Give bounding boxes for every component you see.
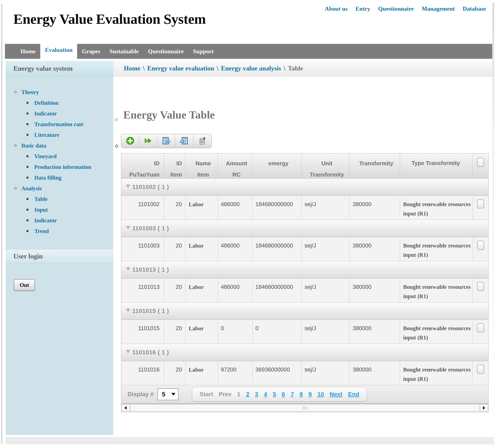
breadcrumb-home[interactable]: Home <box>124 65 140 72</box>
cell-id-putaoyuan: 1101015 <box>121 320 164 344</box>
top-link-database[interactable]: Database <box>463 5 486 12</box>
table-import-icon <box>180 136 189 145</box>
pagination-page-4[interactable]: 4 <box>264 391 267 398</box>
pagination-page-1[interactable]: 1 <box>237 391 240 398</box>
square-bullet-icon <box>26 123 28 125</box>
select-all-checkbox[interactable] <box>477 158 484 167</box>
cell-id-item: 20 <box>164 361 186 385</box>
sidebar-item-input[interactable]: Input <box>6 204 113 215</box>
row-checkbox[interactable] <box>477 199 484 208</box>
nav-item-evaluation[interactable]: Evaluation <box>40 41 77 59</box>
scroll-right-button[interactable] <box>480 404 488 411</box>
row-checkbox[interactable] <box>477 323 484 332</box>
cell-emergy: 184680000000 <box>253 196 302 220</box>
pagination-page-3[interactable]: 3 <box>255 391 258 398</box>
sidebar-item-label: Input <box>34 207 48 213</box>
pagination-page-5[interactable]: 5 <box>273 391 276 398</box>
toolbar-calculator-button[interactable] <box>193 134 211 148</box>
nav-item-grapes[interactable]: Grapes <box>82 48 100 55</box>
sidebar-item-transformation-rate[interactable]: Transformation rate <box>6 119 113 129</box>
cell-type-transformity: Bought renewable resources input (R1) <box>400 278 473 302</box>
pagination-end[interactable]: End <box>348 391 359 398</box>
collapse-icon <box>126 267 130 272</box>
pagination-prev[interactable]: Prev <box>219 391 232 398</box>
cell-amount-rc: 486000 <box>218 237 253 261</box>
toolbar-process-button[interactable] <box>139 134 157 148</box>
top-link-management[interactable]: Management <box>422 5 455 12</box>
table-group-header[interactable]: 1101013 ( 1 ) <box>121 261 488 278</box>
table-group-header[interactable]: 1101016 ( 1 ) <box>121 344 488 361</box>
circle-bullet-icon <box>14 91 17 93</box>
cell-transformity: 380000 <box>349 361 400 385</box>
top-link-questionnaire[interactable]: Questionnaire <box>378 5 414 12</box>
pagination-page-10[interactable]: 10 <box>317 391 324 398</box>
sidebar-item-label: Data filling <box>34 174 61 181</box>
sidebar-item-definition[interactable]: Definition <box>6 97 113 108</box>
sidebar-item-trend[interactable]: Trend <box>6 226 113 236</box>
nav-item-questionnaire[interactable]: Questionnaire <box>148 48 184 55</box>
sidebar-item-table[interactable]: Table <box>6 194 113 204</box>
square-bullet-icon <box>26 112 28 114</box>
pagination-page-7[interactable]: 7 <box>291 391 294 398</box>
sidebar-item-theory[interactable]: Theory <box>6 87 113 97</box>
table-group-header[interactable]: 1101003 ( 1 ) <box>121 220 488 237</box>
table-group-header[interactable]: 1101015 ( 1 ) <box>121 303 488 320</box>
page-left-edge <box>1 4 2 444</box>
pagination-page-8[interactable]: 8 <box>299 391 303 398</box>
sidebar-item-production-information[interactable]: Production information <box>6 161 113 172</box>
pagination-next[interactable]: Next <box>330 391 342 398</box>
toolbar-add-button[interactable] <box>121 134 139 148</box>
calculator-icon <box>198 136 207 145</box>
sidebar-item-label: Indicator <box>34 110 57 117</box>
sidebar-item-literature[interactable]: Literature <box>6 129 113 140</box>
top-nav: About us Entry Questionnaire Management … <box>325 5 486 12</box>
logout-button[interactable]: Out <box>14 279 35 291</box>
nav-item-support[interactable]: Support <box>193 48 214 55</box>
group-label: 1101013 ( 1 ) <box>132 266 169 273</box>
pagination-start[interactable]: Start <box>199 391 213 398</box>
breadcrumb-current: Table <box>288 65 303 72</box>
cell-unit-transformity: sej/J <box>302 196 349 220</box>
cell-name-item: Labor <box>186 237 218 261</box>
top-link-entry[interactable]: Entry <box>355 5 370 12</box>
sidebar-item-indicator-analysis[interactable]: Indicator <box>6 215 113 226</box>
sidebar-item-label: Analysis <box>21 185 42 192</box>
sidebar-item-basic-data[interactable]: Basic data <box>6 140 113 151</box>
square-bullet-icon <box>26 166 28 168</box>
scroll-left-button[interactable] <box>122 404 130 411</box>
table-group-header[interactable]: 1101002 ( 1 ) <box>121 178 488 196</box>
cell-id-item: 20 <box>164 237 186 261</box>
sidebar-item-indicator[interactable]: Indicator <box>6 108 113 119</box>
row-checkbox[interactable] <box>477 282 484 291</box>
nav-item-home[interactable]: Home <box>20 48 36 55</box>
grip-icon <box>303 406 303 410</box>
sidebar-item-label: Transformation rate <box>34 121 83 128</box>
cell-id-putaoyuan: 1101013 <box>121 278 164 302</box>
cell-amount-rc: 97200 <box>218 361 253 385</box>
table-row: 1101003 20 Labor 486000 184680000000 sej… <box>121 237 488 261</box>
square-bullet-icon <box>26 230 28 232</box>
pagination-page-2[interactable]: 2 <box>246 391 249 398</box>
toolbar-import-button[interactable] <box>175 134 193 148</box>
chevron-down-icon <box>171 393 175 396</box>
row-checkbox[interactable] <box>477 241 484 250</box>
cell-emergy: 36936000000 <box>253 361 302 385</box>
toolbar-export-button[interactable] <box>157 134 175 148</box>
nav-item-sustainable[interactable]: Sustainable <box>110 48 139 55</box>
energy-value-table: ID PuTaoYuan ID Item Name Item Amount RC… <box>121 153 489 412</box>
pagination-page-9[interactable]: 9 <box>308 391 312 398</box>
scrollbar-thumb[interactable] <box>130 404 480 411</box>
pagination-page-6[interactable]: 6 <box>282 391 285 398</box>
cell-id-item: 20 <box>164 278 186 302</box>
sidebar-item-data-filling[interactable]: Data filling <box>6 172 113 183</box>
breadcrumb-energy-value-analysis[interactable]: Energy value analysis <box>221 65 281 72</box>
top-link-about-us[interactable]: About us <box>325 5 348 12</box>
breadcrumb-energy-value-evaluation[interactable]: Energy value evaluation <box>147 65 214 72</box>
row-checkbox[interactable] <box>477 365 484 374</box>
sidebar-item-analysis[interactable]: Analysis <box>6 183 113 194</box>
square-bullet-icon <box>26 209 28 211</box>
sidebar-item-vineyard[interactable]: Vineyard <box>6 151 113 161</box>
square-bullet-icon <box>26 219 28 221</box>
display-count-select[interactable]: 5 <box>157 388 179 400</box>
square-bullet-icon <box>26 198 28 200</box>
